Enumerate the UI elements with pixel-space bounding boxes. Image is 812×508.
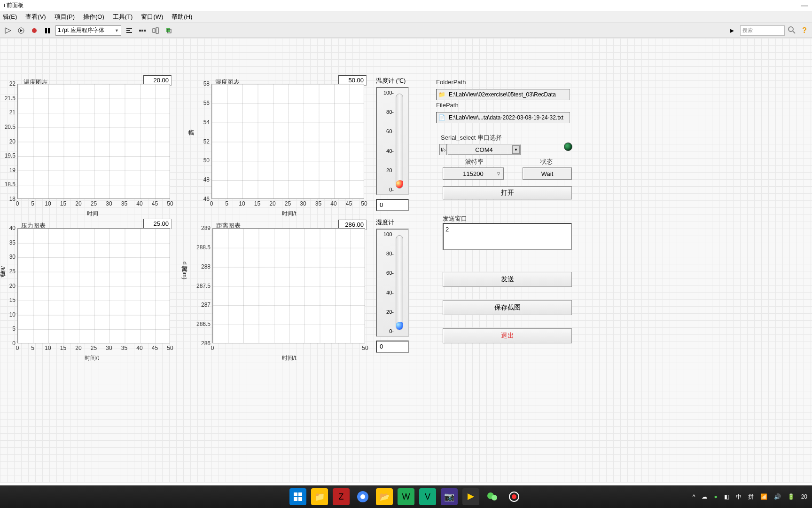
filepath-field[interactable]: 📄 E:\LabView\...ta\data-2022-03-08-19-24… <box>436 112 570 123</box>
chart-plot-area[interactable] <box>212 228 365 343</box>
app-tray-icon[interactable]: ◧ <box>724 493 729 500</box>
io-control-icon[interactable]: I/₀ <box>439 144 447 155</box>
thermometer-label: 温度计 (℃) <box>376 77 409 85</box>
chart-humidity: 湿度图表 50.00 幅值 58 56 54 52 50 48 46 0 5 1… <box>188 78 371 222</box>
chart-current-value[interactable]: 25.00 <box>143 219 172 229</box>
svg-point-24 <box>492 495 497 500</box>
menu-bar: 辑(E) 查看(V) 项目(P) 操作(O) 工具(T) 窗口(W) 帮助(H) <box>0 11 812 23</box>
thermometer-readout[interactable]: 0 <box>376 341 409 353</box>
chart-plot-area[interactable] <box>17 84 170 199</box>
status-display: Wait <box>523 167 572 180</box>
svg-point-22 <box>360 494 365 499</box>
baud-combo[interactable]: 115200 ▽ <box>443 167 504 180</box>
window-title: i 前面板 <box>4 1 23 9</box>
reorder-icon[interactable] <box>164 25 174 36</box>
svg-line-15 <box>793 31 795 33</box>
menu-help[interactable]: 帮助(H) <box>172 13 192 21</box>
svg-rect-4 <box>126 28 132 29</box>
serial-select: I/₀ COM4 ▼ <box>439 144 521 155</box>
font-selector[interactable]: 17pt 应用程序字体 ▼ <box>55 25 121 36</box>
thermometer-bulb-icon <box>396 322 403 330</box>
wechat-tray-icon[interactable]: ● <box>714 493 717 500</box>
chart-temperature: 温度图表 20.00 22 21.5 21 20.5 20 19.5 19 18… <box>2 78 176 222</box>
thermometer-body[interactable]: 100- 80- 60- 40- 20- 0- <box>376 229 409 337</box>
folderpath-field[interactable]: 📁 E:\LabView\02exercise\05test_03\RecDat… <box>436 89 570 100</box>
chevron-down-icon: ▼ <box>115 28 119 33</box>
help-icon[interactable]: ? <box>800 26 809 35</box>
svg-rect-20 <box>298 497 302 501</box>
wps-icon[interactable]: W <box>398 488 414 505</box>
thermometer-body[interactable]: 100- 80- 60- 40- 20- 0- <box>376 87 409 195</box>
clock[interactable]: 20 <box>801 493 807 500</box>
explorer-icon[interactable]: 📁 <box>311 488 328 505</box>
svg-point-14 <box>789 27 793 32</box>
distribute-icon[interactable] <box>137 25 148 36</box>
svg-rect-10 <box>153 29 155 32</box>
svg-point-26 <box>512 494 516 499</box>
align-icon[interactable] <box>124 25 134 36</box>
menu-view[interactable]: 查看(V) <box>25 13 46 21</box>
send-button[interactable]: 发送 <box>443 272 572 287</box>
menu-window[interactable]: 窗口(W) <box>141 13 163 21</box>
svg-rect-11 <box>156 28 158 33</box>
menu-operate[interactable]: 操作(O) <box>83 13 104 21</box>
serial-port-combo[interactable]: COM4 ▼ <box>447 144 521 155</box>
volume-icon[interactable]: 🔊 <box>774 493 781 500</box>
svg-point-1 <box>32 28 37 33</box>
menu-project[interactable]: 项目(P) <box>55 13 75 21</box>
status-label: 状态 <box>540 158 553 166</box>
resize-icon[interactable] <box>150 25 161 36</box>
file-icon: 📄 <box>438 114 447 121</box>
zotero-icon[interactable]: Z <box>333 488 350 505</box>
screenshot-button[interactable]: 保存截图 <box>443 300 572 315</box>
x-axis-label: 时间/t <box>282 354 297 362</box>
tray-chevron-icon[interactable]: ^ <box>693 493 695 500</box>
send-textarea[interactable]: 2 <box>443 223 572 250</box>
chevron-down-icon[interactable]: ▽ <box>495 169 502 178</box>
labview-icon[interactable] <box>462 488 479 505</box>
filepath-label: FilePath <box>436 102 459 109</box>
thermometer-readout[interactable]: 0 <box>376 199 409 211</box>
font-selector-label: 17pt 应用程序字体 <box>58 26 104 34</box>
thermometer-temperature: 温度计 (℃) 100- 80- 60- 40- 20- 0- 0 <box>376 77 409 211</box>
chrome-icon[interactable] <box>354 488 371 505</box>
run-continuous-icon[interactable] <box>16 25 26 36</box>
wifi-icon[interactable]: 📶 <box>760 493 767 500</box>
svg-rect-7 <box>139 30 141 32</box>
onedrive-icon[interactable]: ☁ <box>702 493 707 500</box>
folder-icon[interactable]: 📂 <box>376 488 393 505</box>
x-axis-label: 时间/t <box>282 210 297 218</box>
pause-icon[interactable] <box>42 25 53 36</box>
x-axis-label: 时间/t <box>85 354 99 362</box>
open-button[interactable]: 打开 <box>443 186 572 199</box>
exit-button[interactable]: 退出 <box>443 328 572 343</box>
menu-edit[interactable]: 辑(E) <box>3 13 17 21</box>
ime-lang-icon[interactable]: 中 <box>736 493 742 501</box>
menu-tools[interactable]: 工具(T) <box>113 13 133 21</box>
svg-rect-6 <box>126 32 132 33</box>
chart-pressure: 压力图表 25.00 压力/kPa 40 35 30 25 20 15 10 5… <box>2 222 176 363</box>
vscode-icon[interactable]: V <box>419 488 436 505</box>
svg-rect-3 <box>48 28 50 33</box>
chart-plot-area[interactable] <box>211 84 364 199</box>
battery-icon[interactable]: 🔋 <box>788 493 795 500</box>
record-icon[interactable] <box>506 488 523 505</box>
minimize-button[interactable]: — <box>801 1 808 10</box>
svg-rect-12 <box>166 28 170 32</box>
svg-rect-2 <box>45 28 47 33</box>
svg-rect-19 <box>294 497 297 501</box>
wechat-icon[interactable] <box>484 488 501 505</box>
camera-icon[interactable]: 📷 <box>441 488 458 505</box>
svg-rect-18 <box>298 492 302 496</box>
context-arrow-icon[interactable]: ▸ <box>727 25 737 36</box>
chart-plot-area[interactable] <box>17 228 170 343</box>
start-icon[interactable] <box>289 488 306 505</box>
abort-icon[interactable] <box>29 25 39 36</box>
search-icon[interactable] <box>788 26 797 35</box>
svg-rect-9 <box>144 30 146 32</box>
run-icon[interactable] <box>3 25 13 36</box>
status-led <box>564 143 572 151</box>
ime-mode-icon[interactable]: 拼 <box>748 493 754 501</box>
search-input[interactable]: 搜索 <box>740 25 785 36</box>
chevron-down-icon[interactable]: ▼ <box>512 145 520 154</box>
